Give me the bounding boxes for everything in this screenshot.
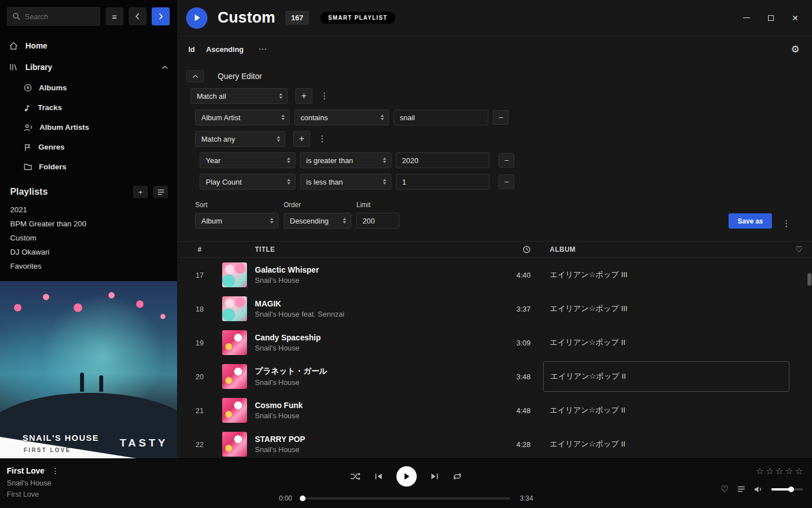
search-box[interactable] xyxy=(7,7,100,26)
column-title[interactable]: TITLE xyxy=(255,246,491,253)
star-icon[interactable]: ☆ xyxy=(795,466,803,476)
sort-field-label[interactable]: Id xyxy=(188,45,195,54)
shuffle-button[interactable] xyxy=(350,472,361,480)
star-icon[interactable]: ☆ xyxy=(785,466,793,476)
close-button[interactable]: ✕ xyxy=(792,14,798,23)
play-pause-button[interactable] xyxy=(396,466,417,487)
match-mode-select[interactable]: Match any xyxy=(195,131,285,147)
sort-more-button[interactable]: ⋯ xyxy=(258,44,267,54)
add-playlist-button[interactable]: + xyxy=(133,186,148,198)
playlist-item[interactable]: Custom xyxy=(0,231,177,245)
track-number: 22 xyxy=(186,440,213,449)
track-row[interactable]: 18 MAGIK Snail's House feat. Sennzai 3:3… xyxy=(177,292,812,326)
favorite-button[interactable]: ♡ xyxy=(721,484,729,494)
remove-rule-button[interactable]: − xyxy=(498,174,514,189)
select-caret-icon xyxy=(376,115,384,120)
star-icon[interactable]: ☆ xyxy=(775,466,783,476)
settings-button[interactable]: ⚙ xyxy=(791,43,800,55)
track-row[interactable]: 17 Galactic Whisper Snail's House 4:40 エ… xyxy=(177,258,812,292)
repeat-button[interactable] xyxy=(452,472,462,480)
track-row[interactable]: 22 STARRY POP Snail's House 4:28 エイリアン☆ポ… xyxy=(177,427,812,461)
playlist-item[interactable]: BPM Greater than 200 xyxy=(0,217,177,231)
rule-value-input[interactable] xyxy=(396,152,489,168)
track-album-focused-cell[interactable]: エイリアン☆ポップ II xyxy=(543,361,789,392)
column-number[interactable]: # xyxy=(186,246,213,253)
next-track-button[interactable] xyxy=(430,472,439,480)
track-info: MAGIK Snail's House feat. Sennzai xyxy=(255,299,491,318)
volume-handle[interactable] xyxy=(788,487,794,492)
play-playlist-button[interactable] xyxy=(186,7,208,29)
shuffle-icon xyxy=(350,472,361,480)
plus-icon: + xyxy=(301,91,306,100)
album-art-thumbnail xyxy=(222,432,247,457)
now-playing-options-button[interactable]: ⋮ xyxy=(51,466,59,475)
add-rule-button[interactable]: + xyxy=(295,88,312,104)
sidebar-item-label: Library xyxy=(25,63,52,72)
rule-operator-select[interactable]: contains xyxy=(294,110,389,125)
group-options-button[interactable]: ⋮ xyxy=(315,134,330,144)
playlist-list-button[interactable] xyxy=(153,186,168,198)
volume-slider[interactable] xyxy=(771,488,803,491)
playlist-item[interactable]: Favorites xyxy=(0,259,177,273)
query-options-button[interactable]: ⋮ xyxy=(779,218,794,229)
rule-field-select[interactable]: Play Count xyxy=(200,174,295,190)
previous-track-button[interactable] xyxy=(374,472,383,480)
scrollbar-thumb[interactable] xyxy=(807,273,811,286)
library-icon xyxy=(9,63,18,71)
save-as-button[interactable]: Save as xyxy=(729,213,772,229)
sidebar-item-home[interactable]: Home xyxy=(0,35,177,56)
track-artist: Snail's House xyxy=(255,378,491,387)
minus-icon: − xyxy=(504,156,509,165)
column-album[interactable]: ALBUM xyxy=(531,246,795,253)
star-icon[interactable]: ☆ xyxy=(766,466,774,476)
volume-button[interactable] xyxy=(754,485,763,493)
group-options-button[interactable]: ⋮ xyxy=(317,91,332,101)
maximize-button[interactable] xyxy=(768,15,774,21)
rule-value-input[interactable] xyxy=(396,174,489,190)
seek-bar[interactable] xyxy=(301,497,511,500)
rule-operator-select[interactable]: is less than xyxy=(300,174,391,190)
remove-rule-button[interactable]: − xyxy=(498,153,514,168)
match-mode-select[interactable]: Match all xyxy=(191,88,288,104)
sidebar-item-tracks[interactable]: Tracks xyxy=(0,98,177,117)
rule-field-select[interactable]: Year xyxy=(200,152,295,168)
rule-operator-select[interactable]: is greater than xyxy=(300,152,391,168)
limit-input[interactable] xyxy=(356,213,399,229)
time-total: 3:34 xyxy=(520,494,533,502)
track-row[interactable]: 19 Candy Spaceship Snail's House 3:09 エイ… xyxy=(177,326,812,360)
duration-column-clock-icon[interactable] xyxy=(523,246,531,253)
add-rule-button[interactable]: + xyxy=(293,131,310,147)
track-row[interactable]: 21 Cosmo Funk Snail's House 4:48 エイリアン☆ポ… xyxy=(177,393,812,427)
collapse-query-editor-button[interactable] xyxy=(186,70,204,82)
rule-value-input[interactable] xyxy=(394,110,488,125)
forward-button[interactable] xyxy=(152,7,170,25)
playlist-item[interactable]: 2021 xyxy=(0,203,177,217)
back-button[interactable] xyxy=(129,7,147,25)
seek-handle[interactable] xyxy=(300,496,306,501)
sidebar-item-genres[interactable]: Genres xyxy=(0,137,177,157)
playlist-item[interactable]: DJ Okawari xyxy=(0,245,177,259)
sort-select[interactable]: Album xyxy=(195,213,279,229)
minimize-button[interactable] xyxy=(743,17,750,18)
queue-icon xyxy=(737,485,745,493)
menu-button[interactable]: ≡ xyxy=(105,7,123,25)
track-row[interactable]: 20 プラネット・ガール Snail's House 3:48 エイリアン☆ポッ… xyxy=(177,360,812,393)
select-value: Play Count xyxy=(206,178,242,186)
sidebar-item-library[interactable]: Library xyxy=(0,56,177,78)
track-artist: Snail's House xyxy=(255,344,491,352)
sidebar-item-albums[interactable]: Albums xyxy=(0,78,177,98)
now-playing-cover-art[interactable]: SNAIL'S HOUSE FIRST LOVE TASTY xyxy=(0,281,177,458)
minus-icon: − xyxy=(498,113,503,122)
queue-button[interactable] xyxy=(737,485,745,493)
order-select[interactable]: Descending xyxy=(284,213,351,229)
track-duration: 3:09 xyxy=(491,339,531,347)
star-icon[interactable]: ☆ xyxy=(756,466,764,476)
sidebar-item-folders[interactable]: Folders xyxy=(0,157,177,177)
app-window: ≡ Home Library Albums Tracks xyxy=(0,0,812,508)
sort-direction-label[interactable]: Ascending xyxy=(206,45,244,54)
favorite-column-heart-icon[interactable]: ♡ xyxy=(795,244,812,255)
search-input[interactable] xyxy=(25,12,95,21)
sidebar-item-album-artists[interactable]: Album Artists xyxy=(0,117,177,137)
rule-field-select[interactable]: Album Artist xyxy=(195,110,290,125)
remove-rule-button[interactable]: − xyxy=(493,110,509,125)
